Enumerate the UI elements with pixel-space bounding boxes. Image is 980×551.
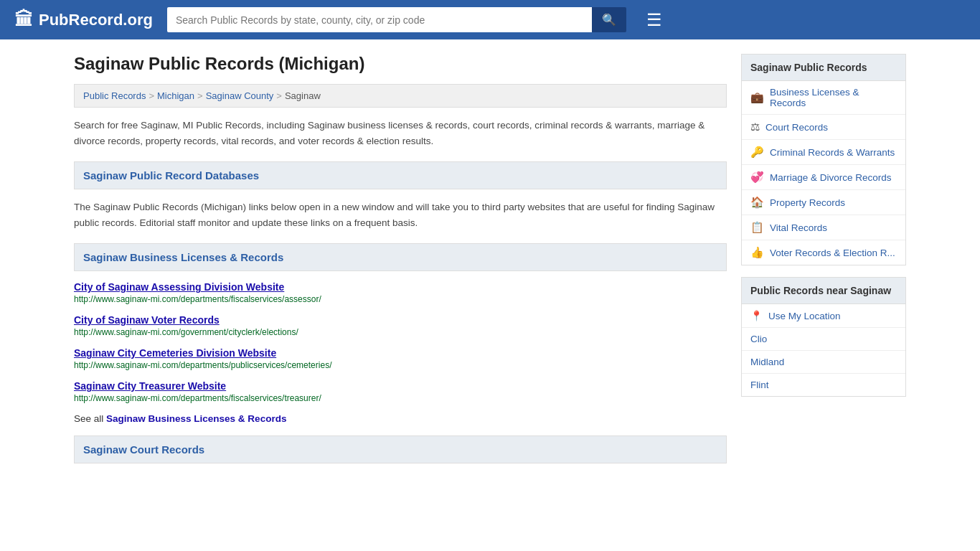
record-title[interactable]: City of Saginaw Assessing Division Websi… — [74, 281, 727, 293]
nearby-item-label[interactable]: Clio — [750, 334, 767, 344]
sidebar-item-label[interactable]: Criminal Records & Warrants — [770, 147, 895, 158]
nearby-item-label[interactable]: Midland — [750, 357, 784, 367]
record-title[interactable]: Saginaw City Treasurer Website — [74, 380, 727, 392]
site-logo[interactable]: 🏛 PubRecord.org — [14, 9, 153, 31]
business-section-header: Saginaw Business Licenses & Records — [74, 243, 727, 271]
clipboard-icon: 📋 — [750, 221, 764, 234]
use-location-item[interactable]: 📍 Use My Location — [742, 304, 905, 328]
breadcrumb-saginaw: Saginaw — [285, 90, 321, 101]
sidebar-item-business[interactable]: 💼 Business Licenses & Records — [742, 81, 905, 115]
record-url: http://www.saginaw-mi.com/departments/fi… — [74, 393, 727, 403]
sidebar-item-label[interactable]: Voter Records & Election R... — [770, 248, 895, 258]
home-icon: 🏠 — [750, 196, 764, 209]
thumbsup-icon: 👍 — [750, 246, 764, 259]
main-container: Saginaw Public Records (Michigan) Public… — [60, 39, 920, 488]
record-url: http://www.saginaw-mi.com/departments/pu… — [74, 360, 727, 370]
sidebar-nearby-box: Public Records near Saginaw 📍 Use My Loc… — [741, 277, 906, 397]
location-icon: 📍 — [750, 310, 763, 321]
breadcrumb-sep-1: > — [149, 90, 154, 101]
page-description: Search for free Saginaw, MI Public Recor… — [74, 118, 727, 149]
breadcrumb: Public Records > Michigan > Saginaw Coun… — [74, 84, 727, 108]
sidebar: Saginaw Public Records 💼 Business Licens… — [741, 54, 906, 474]
databases-description: The Saginaw Public Records (Michigan) li… — [74, 199, 727, 230]
see-all-prefix: See all — [74, 413, 103, 424]
nearby-item-label[interactable]: Flint — [750, 380, 769, 390]
nearby-item-midland[interactable]: Midland — [742, 351, 905, 374]
site-header: 🏛 PubRecord.org 🔍 ☰ — [0, 0, 980, 39]
sidebar-records-list: 💼 Business Licenses & Records ⚖ Court Re… — [742, 81, 905, 265]
nearby-list: 📍 Use My Location Clio Midland Flint — [742, 304, 905, 396]
record-title[interactable]: Saginaw City Cemeteries Division Website — [74, 347, 727, 359]
sidebar-item-court[interactable]: ⚖ Court Records — [742, 115, 905, 140]
sidebar-item-label[interactable]: Court Records — [765, 122, 828, 133]
record-item: Saginaw City Cemeteries Division Website… — [74, 347, 727, 370]
record-item: Saginaw City Treasurer Website http://ww… — [74, 380, 727, 403]
see-all-business: See all Saginaw Business Licenses & Reco… — [74, 413, 727, 424]
key-icon: 🔑 — [750, 146, 764, 159]
sidebar-item-property[interactable]: 🏠 Property Records — [742, 190, 905, 215]
page-title: Saginaw Public Records (Michigan) — [74, 54, 727, 74]
nearby-item-flint[interactable]: Flint — [742, 374, 905, 396]
rings-icon: 💞 — [750, 171, 764, 184]
breadcrumb-michigan[interactable]: Michigan — [157, 90, 194, 101]
databases-section-header: Saginaw Public Record Databases — [74, 161, 727, 189]
search-input[interactable] — [167, 7, 592, 32]
breadcrumb-saginaw-county[interactable]: Saginaw County — [206, 90, 274, 101]
sidebar-nearby-title: Public Records near Saginaw — [742, 278, 905, 304]
nearby-item-clio[interactable]: Clio — [742, 328, 905, 351]
record-item: City of Saginaw Voter Records http://www… — [74, 314, 727, 337]
search-form: 🔍 — [167, 7, 626, 32]
see-all-link[interactable]: Saginaw Business Licenses & Records — [106, 413, 286, 424]
sidebar-item-marriage[interactable]: 💞 Marriage & Divorce Records — [742, 165, 905, 190]
scales-icon: ⚖ — [750, 121, 760, 133]
sidebar-public-records-box: Saginaw Public Records 💼 Business Licens… — [741, 54, 906, 265]
sidebar-item-label[interactable]: Property Records — [770, 197, 845, 208]
use-location-link[interactable]: Use My Location — [768, 311, 841, 321]
court-section-header: Saginaw Court Records — [74, 435, 727, 463]
sidebar-item-vital[interactable]: 📋 Vital Records — [742, 215, 905, 240]
breadcrumb-sep-2: > — [197, 90, 203, 101]
logo-icon: 🏛 — [14, 9, 33, 31]
menu-button[interactable]: ☰ — [646, 10, 662, 30]
breadcrumb-public-records[interactable]: Public Records — [83, 90, 146, 101]
logo-text: PubRecord.org — [39, 11, 153, 29]
record-url: http://www.saginaw-mi.com/government/cit… — [74, 327, 727, 337]
breadcrumb-sep-3: > — [276, 90, 282, 101]
sidebar-item-label[interactable]: Business Licenses & Records — [770, 87, 897, 108]
briefcase-icon: 💼 — [750, 91, 764, 104]
sidebar-public-records-title: Saginaw Public Records — [742, 55, 905, 81]
record-item: City of Saginaw Assessing Division Websi… — [74, 281, 727, 304]
main-content: Saginaw Public Records (Michigan) Public… — [74, 54, 727, 474]
sidebar-item-criminal[interactable]: 🔑 Criminal Records & Warrants — [742, 140, 905, 165]
search-button[interactable]: 🔍 — [592, 7, 626, 32]
sidebar-item-label[interactable]: Marriage & Divorce Records — [770, 172, 892, 183]
record-title[interactable]: City of Saginaw Voter Records — [74, 314, 727, 326]
sidebar-item-voter[interactable]: 👍 Voter Records & Election R... — [742, 240, 905, 265]
search-icon: 🔍 — [602, 14, 616, 26]
record-url: http://www.saginaw-mi.com/departments/fi… — [74, 294, 727, 304]
sidebar-item-label[interactable]: Vital Records — [770, 222, 827, 233]
